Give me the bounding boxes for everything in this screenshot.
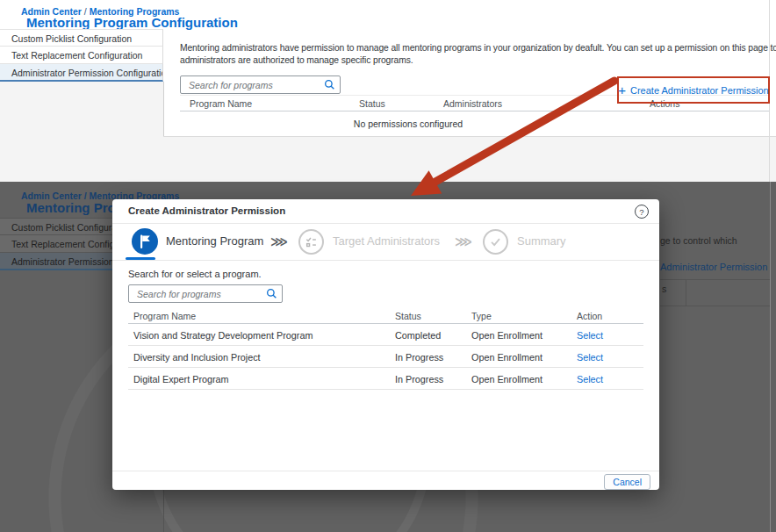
check-icon: [485, 231, 507, 253]
step-separator-1: ⋙: [270, 234, 288, 248]
dim-fragment-control-which: ge to control which: [660, 235, 737, 246]
search-icon[interactable]: [324, 79, 335, 90]
search-input[interactable]: [187, 79, 324, 91]
footer-divider: [112, 471, 659, 471]
modal-column-action: Action: [577, 311, 602, 321]
create-button-label: Create Administrator Permission: [630, 85, 769, 96]
checklist-icon: [300, 231, 322, 253]
table-row: Vision and Strategy Development Program …: [112, 323, 659, 345]
empty-state-message: No permissions configured: [180, 119, 636, 129]
admin-page: Admin Center/Mentoring Programs Mentorin…: [0, 0, 776, 182]
modal-search-icon[interactable]: [266, 288, 277, 299]
select-link[interactable]: Select: [577, 352, 603, 363]
select-link[interactable]: Select: [577, 330, 603, 341]
table-row: Digital Expert Program In Progress Open …: [112, 367, 659, 389]
sidebar-item-administrator-permission[interactable]: Administrator Permission Configuration: [0, 64, 163, 82]
table-row: Diversity and Inclusion Project In Progr…: [112, 345, 659, 367]
help-icon[interactable]: ?: [635, 205, 649, 219]
page-description: Mentoring administrators have permission…: [180, 42, 776, 67]
sidebar-item-custom-picklist[interactable]: Custom Picklist Configuration: [0, 29, 163, 47]
program-name-cell: Diversity and Inclusion Project: [133, 352, 261, 363]
flag-icon: [132, 228, 158, 255]
cancel-button[interactable]: Cancel: [604, 474, 650, 490]
type-cell: Open Enrollment: [471, 352, 542, 363]
program-name-cell: Vision and Strategy Development Program: [133, 330, 313, 341]
dim-fragment-admin-permission: Administrator Permission: [660, 262, 767, 272]
dim-table-border-1: [660, 279, 771, 280]
row-border: [128, 389, 643, 390]
modal-column-type: Type: [471, 311, 492, 321]
column-header-administrators: Administrators: [443, 98, 502, 109]
modal-column-status: Status: [395, 311, 421, 321]
create-administrator-permission-button[interactable]: + Create Administrator Permission: [618, 83, 769, 97]
column-header-status: Status: [359, 98, 385, 109]
dialog-title: Create Administrator Permission: [128, 199, 285, 223]
modal-search-input[interactable]: [135, 288, 266, 300]
status-cell: In Progress: [395, 374, 443, 385]
dim-table-border-2: [660, 306, 771, 306]
annotation-box: + Create Administrator Permission: [617, 76, 770, 104]
column-header-program-name: Program Name: [190, 98, 252, 109]
type-cell: Open Enrollment: [471, 330, 542, 341]
status-cell: Completed: [395, 330, 441, 341]
type-cell: Open Enrollment: [471, 374, 542, 385]
sidebar-item-text-replacement[interactable]: Text Replacement Configuration: [0, 47, 163, 64]
step-label-target-administrators: Target Administrators: [333, 234, 440, 248]
step-summary[interactable]: [483, 229, 508, 255]
sidebar-background: [0, 82, 164, 182]
step-mentoring-program[interactable]: [132, 228, 158, 255]
select-link[interactable]: Select: [577, 374, 603, 385]
header-bottom-border: [180, 111, 770, 111]
step-target-administrators[interactable]: [298, 229, 324, 255]
modal-column-program-name: Program Name: [133, 311, 196, 321]
description-line-1: Mentoring administrators have permission…: [180, 42, 776, 54]
wizard-steps: Mentoring Program ⋙ Target Administrator…: [112, 223, 659, 260]
program-name-cell: Digital Expert Program: [133, 374, 229, 385]
page-title: Mentoring Program Configuration: [26, 15, 238, 30]
programs-search[interactable]: [180, 75, 341, 94]
wizard-divider: [112, 260, 659, 261]
content-background: [163, 136, 776, 183]
step-label-summary: Summary: [517, 234, 566, 248]
dim-page-right-border: [770, 182, 771, 532]
status-cell: In Progress: [395, 352, 443, 363]
step-separator-2: ⋙: [455, 234, 472, 248]
modal-programs-search[interactable]: [128, 284, 283, 303]
description-line-2: administrators are authorized to manage …: [180, 54, 776, 67]
create-administrator-permission-dialog: Create Administrator Permission ? Mentor…: [112, 199, 659, 490]
plus-icon: +: [618, 83, 626, 97]
dim-table-border-v: [686, 279, 686, 306]
step-label-mentoring-program: Mentoring Program: [166, 234, 263, 248]
dim-fragment-s: s: [662, 284, 666, 294]
dialog-instruction: Search for or select a program.: [128, 269, 262, 279]
